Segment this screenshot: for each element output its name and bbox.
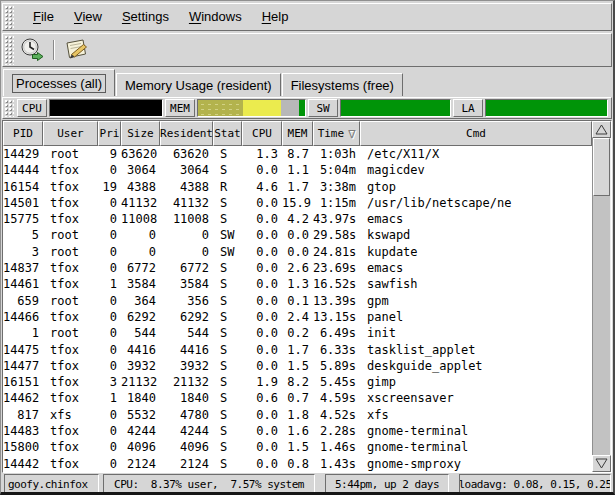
table-row[interactable]: 14501tfox04113241132S0.015.91:15m/usr/li… xyxy=(3,195,592,211)
cell-cpu: 0.0 xyxy=(242,423,282,439)
menu-accel-key: S xyxy=(122,9,131,24)
column-header-pri[interactable]: Pri xyxy=(98,121,121,146)
cell-cpu: 1.9 xyxy=(242,374,282,390)
tab-memory-usage-resident[interactable]: Memory Usage (resident) xyxy=(116,73,281,96)
cell-cmd: xfs xyxy=(360,407,592,423)
meter-label-mem[interactable]: MEM xyxy=(165,99,195,117)
menu-item-view[interactable]: View xyxy=(64,4,112,30)
table-row[interactable]: 16151tfox32113221132S1.98.25.45sgimp xyxy=(3,374,592,390)
table-row[interactable]: 14475tfox044164416S0.01.76.33stasklist_a… xyxy=(3,342,592,358)
toolbar-drag-handle[interactable] xyxy=(4,35,14,65)
table-row[interactable]: 15775tfox01100811008S0.04.243.97semacs xyxy=(3,211,592,227)
table-row[interactable]: 14466tfox062926292S0.02.413.15spanel xyxy=(3,309,592,325)
cell-cmd: tasklist_applet xyxy=(360,342,592,358)
table-row[interactable]: 16154tfox1943884388R4.61.73:38mgtop xyxy=(3,179,592,195)
cell-cpu: 0.0 xyxy=(242,309,282,325)
cell-pri: 0 xyxy=(98,260,121,276)
menu-item-file[interactable]: File xyxy=(23,4,64,30)
meter-segment xyxy=(486,100,607,116)
table-row[interactable]: 14837tfox067726772S0.02.623.69semacs xyxy=(3,260,592,276)
meter-label-sw[interactable]: SW xyxy=(308,99,338,117)
cell-size: 6292 xyxy=(121,309,160,325)
cell-stat: S xyxy=(213,342,242,358)
column-header-cmd[interactable]: Cmd xyxy=(360,121,592,146)
column-header-pid[interactable]: PID xyxy=(3,121,43,146)
cell-resident: 3932 xyxy=(160,358,213,374)
cell-time: 2.28s xyxy=(313,423,360,439)
table-row[interactable]: 817xfs055324780S0.01.84.52sxfs xyxy=(3,407,592,423)
table-row[interactable]: 1root0544544S0.00.26.49sinit xyxy=(3,325,592,341)
cell-pid: 14837 xyxy=(3,260,43,276)
cell-cmd: emacs xyxy=(360,211,592,227)
column-header-label: Cmd xyxy=(466,127,486,140)
column-header-resident[interactable]: Resident xyxy=(160,121,213,146)
cell-pid: 14429 xyxy=(3,146,43,162)
table-row[interactable]: 15800tfox040964096S0.01.51.46sgnome-term… xyxy=(3,439,592,455)
scrollbar-trough[interactable] xyxy=(592,138,611,455)
cell-stat: S xyxy=(213,146,242,162)
cell-stat: S xyxy=(213,309,242,325)
table-row[interactable]: 14461tfox135843584S0.01.316.52ssawfish xyxy=(3,276,592,292)
menu-item-windows[interactable]: Windows xyxy=(179,4,252,30)
scrollbar-thumb[interactable] xyxy=(593,138,610,196)
table-row[interactable]: 14442tfox021242124S0.00.81.43sgnome-smpr… xyxy=(3,456,592,472)
meter-label-cpu[interactable]: CPU xyxy=(17,99,47,117)
tab-processes-all[interactable]: Processes (all) xyxy=(3,69,115,96)
menubar-drag-handle[interactable] xyxy=(4,5,14,29)
status-panel-loadavg: loadavg: 0.08, 0.15, 0.25 xyxy=(459,474,611,494)
cell-user: root xyxy=(43,227,98,243)
cell-time: 1:15m xyxy=(313,195,360,211)
menu-item-settings[interactable]: Settings xyxy=(112,4,179,30)
column-header-cpu[interactable]: CPU xyxy=(242,121,282,146)
cell-cmd: /usr/lib/netscape/ne xyxy=(360,195,592,211)
vertical-scrollbar[interactable] xyxy=(592,121,611,472)
column-header-label: User xyxy=(57,127,84,140)
cell-pri: 0 xyxy=(98,358,121,374)
column-header-stat[interactable]: Stat xyxy=(213,121,242,146)
table-row[interactable]: 659root0364356S0.00.113.39sgpm xyxy=(3,293,592,309)
column-header-mem[interactable]: MEM xyxy=(282,121,313,146)
cell-time: 5.89s xyxy=(313,358,360,374)
table-row[interactable]: 14483tfox042444244S0.01.62.28sgnome-term… xyxy=(3,423,592,439)
cell-pri: 0 xyxy=(98,244,121,260)
tab-filesystems-free[interactable]: Filesystems (free) xyxy=(282,73,403,96)
timer-button[interactable] xyxy=(15,35,49,65)
column-header-size[interactable]: Size xyxy=(121,121,160,146)
column-header-user[interactable]: User xyxy=(43,121,98,146)
cell-cpu: 0.0 xyxy=(242,227,282,243)
cell-cpu: 1.3 xyxy=(242,146,282,162)
table-row[interactable]: 14429root96362063620S1.38.71:03h/etc/X11… xyxy=(3,146,592,162)
process-list-frame: PIDUserPriSizeResidentStatCPUMEMTime∇Cmd… xyxy=(2,120,612,473)
cell-pid: 15800 xyxy=(3,439,43,455)
edit-properties-button[interactable] xyxy=(59,35,93,65)
scroll-down-button[interactable] xyxy=(592,455,611,472)
table-row[interactable]: 14477tfox039323932S0.01.55.89sdeskguide_… xyxy=(3,358,592,374)
column-header-label: MEM xyxy=(288,127,308,140)
meter-label-la[interactable]: LA xyxy=(453,99,483,117)
cell-cmd: gtop xyxy=(360,179,592,195)
scroll-up-button[interactable] xyxy=(592,121,611,138)
cell-size: 4388 xyxy=(121,179,160,195)
cell-user: xfs xyxy=(43,407,98,423)
meters-drag-handle[interactable] xyxy=(4,99,14,117)
notebook-tabs: Processes (all)Memory Usage (resident)Fi… xyxy=(3,69,404,96)
menu-accel-key: F xyxy=(33,9,41,24)
cell-size: 4244 xyxy=(121,423,160,439)
cell-pid: 14442 xyxy=(3,456,43,472)
status-panel-hostname: goofy.chinfox xyxy=(4,474,99,494)
table-row[interactable]: 3root000SW0.00.024.81skupdate xyxy=(3,244,592,260)
cell-time: 13.39s xyxy=(313,293,360,309)
cell-resident: 4096 xyxy=(160,439,213,455)
cell-size: 4416 xyxy=(121,342,160,358)
cell-pid: 5 xyxy=(3,227,43,243)
cell-time: 29.58s xyxy=(313,227,360,243)
cell-user: tfox xyxy=(43,162,98,178)
menu-item-help[interactable]: Help xyxy=(252,4,299,30)
cell-mem: 1.5 xyxy=(282,439,313,455)
cell-cmd: gnome-terminal xyxy=(360,423,592,439)
table-row[interactable]: 14462tfox118401840S0.60.74.59sxscreensav… xyxy=(3,390,592,406)
column-header-time[interactable]: Time∇ xyxy=(313,121,360,146)
menu-accel-key: W xyxy=(189,9,201,24)
table-row[interactable]: 14444tfox030643064S0.01.15:04mmagicdev xyxy=(3,162,592,178)
table-row[interactable]: 5root000SW0.00.029.58skswapd xyxy=(3,227,592,243)
